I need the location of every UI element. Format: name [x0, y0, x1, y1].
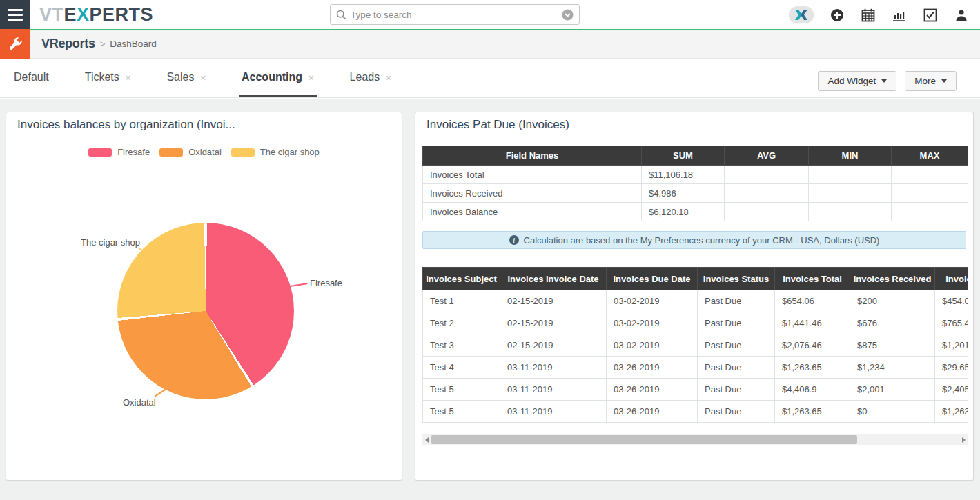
breadcrumb-module-link[interactable]: VReports — [41, 37, 95, 51]
pie-callout-line-0 — [291, 283, 308, 287]
breadcrumb: VReports > DashBoard — [41, 37, 157, 51]
summary-row: Invoices Balance$6,120.18 — [423, 203, 968, 221]
invoice-row: Test 202-15-201903-02-2019Past Due$1,441… — [423, 312, 968, 334]
topbar-icons — [789, 0, 980, 30]
invoices-detail-table: Invoices SubjectInvoices Invoice DateInv… — [422, 267, 968, 423]
dashboard-content: Invoices balances by organization (Invoi… — [0, 99, 980, 500]
legend-item[interactable]: The cigar shop — [231, 147, 320, 157]
column-header: Invoices Due Date — [607, 268, 698, 290]
search-scope-chevron-icon[interactable] — [562, 9, 574, 21]
summary-table-header-row: Field NamesSUMAVGMINMAX — [423, 146, 968, 166]
scroll-right-arrow-icon[interactable] — [959, 434, 968, 445]
tab-default[interactable]: Default — [11, 59, 52, 97]
caret-down-icon — [881, 79, 887, 83]
invoices-widget-body: Field NamesSUMAVGMINMAX Invoices Total$1… — [415, 137, 973, 452]
vreports-dashboard-screen: VTEXPERTS — [0, 0, 980, 500]
legend-label: The cigar shop — [260, 147, 320, 157]
search-icon — [336, 10, 346, 20]
tasks-checkbox-icon[interactable] — [923, 8, 938, 23]
column-header: Invoices Balance — [935, 268, 968, 290]
close-tab-icon[interactable]: × — [126, 72, 131, 83]
user-profile-icon[interactable] — [954, 8, 969, 23]
invoices-past-due-widget: Invoices Pat Due (Invoices) Field NamesS… — [415, 112, 974, 481]
legend-item[interactable]: Firesafe — [88, 147, 150, 157]
tab-tickets[interactable]: Tickets× — [82, 59, 134, 97]
column-header: Invoices Subject — [423, 268, 500, 290]
pie-chart-widget: Invoices balances by organization (Invoi… — [6, 112, 402, 481]
tab-accounting[interactable]: Accounting× — [239, 59, 317, 97]
top-bar: VTEXPERTS — [0, 0, 980, 30]
info-icon: i — [509, 235, 519, 245]
pie-legend: FiresafeOxidatalThe cigar shop — [6, 147, 402, 157]
invoice-row: Test 503-11-201903-26-2019Past Due$4,406… — [423, 379, 968, 401]
add-widget-button[interactable]: Add Widget — [818, 71, 896, 91]
pie-chart[interactable] — [117, 223, 294, 399]
caret-down-icon — [941, 79, 947, 83]
horizontal-scrollbar[interactable] — [422, 434, 968, 445]
legend-item[interactable]: Oxidatal — [159, 147, 222, 157]
reports-bar-chart-icon[interactable] — [892, 8, 907, 23]
summary-table: Field NamesSUMAVGMINMAX Invoices Total$1… — [422, 146, 968, 221]
column-header: Invoices Received — [850, 268, 935, 290]
detail-table-header-row: Invoices SubjectInvoices Invoice DateInv… — [423, 268, 968, 290]
tab-actions: Add Widget More — [818, 71, 957, 91]
invoice-row: Test 302-15-201903-02-2019Past Due$2,076… — [423, 334, 968, 357]
legend-swatch — [231, 148, 255, 157]
close-tab-icon[interactable]: × — [200, 72, 206, 83]
legend-swatch — [159, 148, 183, 157]
invoice-row: Test 503-11-201903-26-2019Past Due$1,263… — [423, 401, 968, 423]
dashboard-tab-strip: DefaultTickets×Sales×Accounting×Leads× A… — [0, 59, 980, 98]
global-search — [330, 4, 580, 25]
add-record-plus-icon[interactable] — [830, 8, 845, 23]
breadcrumb-page: DashBoard — [110, 39, 157, 49]
invoice-row: Test 403-11-201903-26-2019Past Due$1,263… — [423, 357, 968, 379]
column-header: Invoices Invoice Date — [500, 268, 607, 290]
vtexperts-logo[interactable]: VTEXPERTS — [39, 4, 153, 26]
invoices-widget-title: Invoices Pat Due (Invoices) — [415, 112, 973, 137]
summary-row: Invoices Total$11,106.18 — [423, 166, 968, 184]
pie-label-firesafe: Firesafe — [310, 278, 342, 288]
column-header: MIN — [809, 146, 892, 166]
more-button[interactable]: More — [905, 71, 957, 91]
pie-label-the-cigar-shop: The cigar shop — [81, 237, 140, 248]
currency-info-banner: i Calculation are based on the My Prefer… — [422, 231, 966, 249]
vtexperts-extension-icon[interactable] — [789, 6, 814, 23]
tab-sales[interactable]: Sales× — [164, 59, 208, 97]
close-tab-icon[interactable]: × — [386, 72, 391, 83]
hamburger-menu-icon[interactable] — [0, 0, 30, 30]
tab-list: DefaultTickets×Sales×Accounting×Leads× — [11, 59, 394, 97]
detail-table-viewport: Invoices SubjectInvoices Invoice DateInv… — [422, 267, 968, 423]
calendar-icon[interactable] — [861, 8, 876, 23]
column-header: Invoices Status — [698, 268, 775, 290]
column-header: MAX — [892, 146, 968, 166]
pie-label-oxidatal: Oxidatal — [123, 397, 156, 408]
scrollbar-thumb[interactable] — [431, 435, 857, 444]
pie-widget-title: Invoices balances by organization (Invoi… — [6, 112, 402, 137]
breadcrumb-row: VReports > DashBoard — [0, 30, 980, 59]
invoice-row: Test 102-15-201903-02-2019Past Due$654.0… — [423, 290, 968, 312]
module-wrench-icon[interactable] — [0, 29, 30, 59]
tab-leads[interactable]: Leads× — [347, 59, 394, 97]
close-tab-icon[interactable]: × — [308, 72, 314, 83]
column-header: AVG — [725, 146, 809, 166]
column-header: SUM — [642, 146, 725, 166]
summary-row: Invoices Received$4,986 — [423, 184, 968, 203]
legend-label: Firesafe — [117, 147, 150, 157]
legend-label: Oxidatal — [188, 147, 222, 157]
currency-info-text: Calculation are based on the My Preferen… — [524, 235, 880, 246]
breadcrumb-separator: > — [100, 39, 106, 49]
search-input[interactable] — [351, 10, 562, 20]
column-header: Invoices Total — [775, 268, 850, 290]
scroll-left-arrow-icon[interactable] — [422, 434, 431, 445]
legend-swatch — [88, 148, 112, 157]
column-header: Field Names — [423, 146, 642, 166]
